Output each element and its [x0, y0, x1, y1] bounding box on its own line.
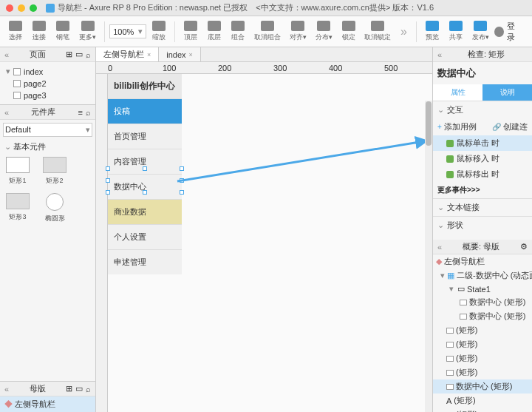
selection-handle[interactable] [180, 166, 184, 171]
event-mouseenter[interactable]: 鼠标移入 时 [433, 151, 532, 166]
add-folder-icon[interactable]: ▭ [75, 50, 83, 59]
mockup-item[interactable]: 个人设置 [108, 224, 182, 249]
inspector-tabs: 属性 说明 [433, 84, 532, 101]
unlock-button[interactable]: 取消锁定 [361, 19, 395, 44]
minimize-icon[interactable] [18, 4, 25, 12]
more-tools[interactable]: 更多▾ [75, 19, 100, 44]
outline-item[interactable]: ▾▭State1 [433, 283, 532, 295]
interaction-section[interactable]: ⌄交互 [433, 101, 532, 118]
outline-item[interactable]: (矩形) [433, 337, 532, 351]
outline-tree: ◆左侧导航栏 ▾▦二级-数据中心 (动态面 ▾▭State1 数据中心 (矩形)… [433, 254, 532, 412]
close-icon[interactable]: × [189, 51, 193, 58]
search-icon[interactable]: ⌕ [86, 50, 91, 59]
lock-button[interactable]: 锁定 [338, 19, 360, 44]
outline-item[interactable]: (矩形) [433, 408, 532, 412]
selection-handle[interactable] [143, 190, 147, 195]
login-button[interactable]: 登录 [494, 21, 528, 43]
mockup-item-selected[interactable]: 数据中心 [108, 174, 182, 199]
page-item[interactable]: page3 [4, 90, 91, 101]
editor-tabs: 左侧导航栏× index× [96, 47, 432, 62]
overflow-icon[interactable]: » [396, 25, 412, 38]
document-icon [46, 4, 55, 13]
master-item[interactable]: ◆ 左侧导航栏 [0, 396, 95, 412]
mockup-item[interactable]: 首页管理 [108, 124, 182, 149]
select-tool[interactable]: 选择 [4, 19, 27, 44]
menu-icon[interactable]: ≡ [78, 108, 83, 117]
title-text: 导航栏 - Axure RP 8 Pro Edition : newasp.ne… [58, 2, 434, 13]
window-controls[interactable] [6, 4, 37, 12]
outline-item[interactable]: ▾▦二级-数据中心 (动态面 [433, 269, 532, 283]
create-link[interactable]: 🔗 创建连 [492, 121, 528, 132]
outline-item[interactable]: (矩形) [433, 365, 532, 379]
selection-handle[interactable] [106, 178, 110, 183]
outline-item[interactable]: A(矩形) [433, 394, 532, 408]
page-item[interactable]: ▾index [4, 65, 91, 78]
avatar-icon [494, 27, 504, 37]
inspector-title: 数据中心 [433, 62, 532, 84]
master-panel: «母版⊞▭⌕ ◆ 左侧导航栏 [0, 381, 95, 412]
publish-button[interactable]: 发布▾ [468, 19, 493, 44]
outline-item[interactable]: (矩形) [433, 323, 532, 337]
svg-line-0 [177, 141, 429, 181]
outline-item[interactable]: (矩形) [433, 351, 532, 365]
close-icon[interactable]: × [147, 51, 151, 58]
vertical-ruler [96, 74, 108, 412]
textlink-section[interactable]: ⌄文本链接 [433, 198, 532, 216]
outline-item-selected[interactable]: 数据中心 (矩形) [433, 379, 532, 394]
pen-tool[interactable]: 钢笔 [52, 19, 74, 44]
outline-item[interactable]: 数据中心 (矩形) [433, 309, 532, 323]
tab-notes[interactable]: 说明 [482, 84, 532, 101]
add-master-icon[interactable]: ⊞ [66, 384, 72, 394]
pages-header: «页面⊞▭⌕ [0, 47, 95, 62]
add-page-icon[interactable]: ⊞ [66, 50, 72, 59]
zoom-tool[interactable]: 缩放 [148, 19, 170, 44]
selection-handle[interactable] [106, 190, 110, 195]
add-case-link[interactable]: + 添加用例 [437, 121, 477, 132]
page-item[interactable]: page2 [4, 78, 91, 90]
tab-index[interactable]: index× [159, 47, 201, 61]
pages-tree: ▾index page2 page3 [0, 62, 95, 104]
tab-properties[interactable]: 属性 [433, 84, 482, 101]
shape-rect2[interactable]: 矩形2 [40, 157, 69, 186]
canvas-area: 左侧导航栏× index× 0100200300400500 bilibili创… [96, 47, 432, 412]
more-events-link[interactable]: 更多事件>>> [433, 182, 532, 198]
shape-section[interactable]: ⌄形状 [433, 216, 532, 234]
canvas[interactable]: bilibili创作中心 投稿 首页管理 内容管理 数据中心 商业数据 个人设置… [96, 74, 432, 412]
library-category[interactable]: ⌄ 基本元件 [0, 140, 95, 154]
outline-item[interactable]: 数据中心 (矩形) [433, 295, 532, 309]
selection-handle[interactable] [106, 166, 110, 171]
close-icon[interactable] [6, 4, 13, 12]
front-button[interactable]: 顶层 [180, 19, 202, 44]
mockup-item[interactable]: 商业数据 [108, 199, 182, 224]
event-mouseleave[interactable]: 鼠标移出 时 [433, 166, 532, 182]
left-sidebar: «页面⊞▭⌕ ▾index page2 page3 «元件库≡⌕ Default… [0, 47, 96, 412]
mockup-item[interactable]: 投稿 [108, 98, 182, 124]
search-icon[interactable]: ⌕ [86, 108, 91, 117]
selection-handle[interactable] [143, 166, 147, 171]
vertical-scrollbar[interactable] [425, 101, 432, 412]
outline-item[interactable]: ◆左侧导航栏 [433, 254, 532, 269]
group-button[interactable]: 组合 [227, 19, 249, 44]
shape-rect1[interactable]: 矩形1 [3, 157, 33, 186]
share-button[interactable]: 共享 [445, 19, 467, 44]
ungroup-button[interactable]: 取消组合 [250, 19, 284, 44]
connect-tool[interactable]: 连接 [28, 19, 50, 44]
distribute-button[interactable]: 分布▾ [312, 19, 336, 44]
back-button[interactable]: 底层 [203, 19, 225, 44]
titlebar: 导航栏 - Axure RP 8 Pro Edition : newasp.ne… [0, 0, 532, 16]
selection-handle[interactable] [180, 178, 184, 183]
selection-handle[interactable] [180, 190, 184, 195]
annotation-arrow [163, 133, 432, 192]
preview-button[interactable]: 预览 [421, 19, 443, 44]
mockup-item[interactable]: 申述管理 [108, 249, 182, 274]
inspector-panel: «检查: 矩形 数据中心 属性 说明 ⌄交互 + 添加用例 🔗 创建连 鼠标单击… [432, 47, 532, 412]
shape-rect3[interactable]: 矩形3 [3, 193, 33, 223]
zoom-input[interactable]: 100%▾ [109, 24, 146, 38]
event-onclick[interactable]: 鼠标单击 时 [433, 135, 532, 151]
align-button[interactable]: 对齐▾ [285, 19, 310, 44]
tab-master[interactable]: 左侧导航栏× [96, 47, 159, 61]
maximize-icon[interactable] [30, 4, 37, 12]
library-select[interactable]: Default▾ [3, 123, 92, 137]
shape-ellipse[interactable]: 椭圆形 [40, 193, 69, 223]
mockup-title[interactable]: bilibili创作中心 [108, 74, 182, 98]
